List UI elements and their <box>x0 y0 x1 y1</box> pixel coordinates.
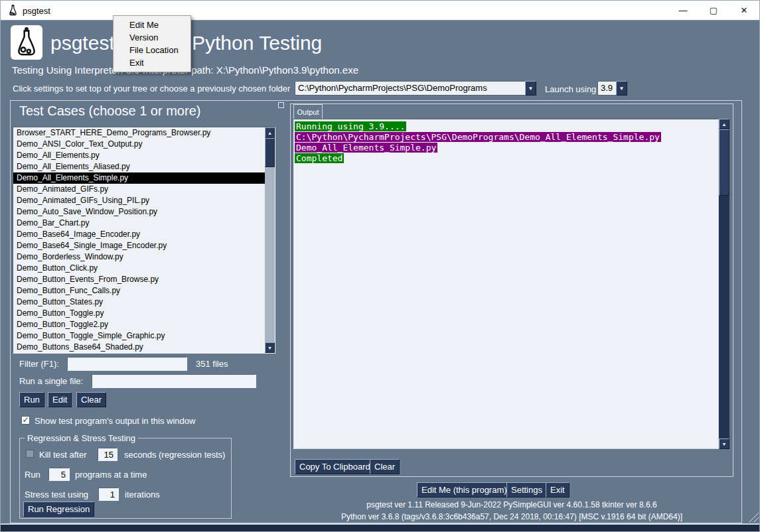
clear-button[interactable]: Clear <box>76 392 106 407</box>
file-count: 351 files <box>196 359 228 369</box>
output-line: C:\Python\PycharmProjects\PSG\DemoProgra… <box>295 132 717 143</box>
flask-icon <box>7 5 19 16</box>
stress-iterations-input[interactable] <box>98 488 119 501</box>
menu-item-version[interactable]: Version <box>114 31 190 44</box>
app-menu: Edit Me Version File Location Exit <box>113 15 191 72</box>
settings-hint: Click settings to set top of your tree o… <box>13 84 290 94</box>
maximize-button[interactable]: ▢ <box>698 1 729 20</box>
folder-combo[interactable]: C:\Python\PycharmProjects\PSG\DemoProgra… <box>295 81 536 96</box>
list-item-selected[interactable]: Demo_All_Elements_Simple.py <box>13 172 265 184</box>
list-item[interactable]: Demo_Button_Toggle_Simple_Graphic.py <box>13 330 265 342</box>
psgtest-window: psgtest — ▢ ✕ psgtest Python Testing Tes… <box>0 0 760 532</box>
output-line: Running using 3.9.... <box>295 121 717 132</box>
window-bottom-strip <box>1 525 760 532</box>
close-button[interactable]: ✕ <box>729 1 759 20</box>
run-count-label: Run <box>25 470 40 480</box>
output-line: Demo_All_Elements_Simple.py <box>295 143 717 153</box>
run-button[interactable]: Run <box>19 392 44 407</box>
menu-item-file-location[interactable]: File Location <box>114 44 190 56</box>
output-line: Completed <box>295 153 717 164</box>
launch-version-combo[interactable]: 3.9 ▼ <box>597 81 627 96</box>
list-item[interactable]: Browser_START_HERE_Demo_Programs_Browser… <box>13 127 265 139</box>
output-scroll-thumb[interactable] <box>719 129 729 196</box>
scroll-up-icon[interactable]: ▲ <box>265 127 275 138</box>
listbox-scrollbar[interactable]: ▲ ▼ <box>265 127 275 353</box>
run-regression-button[interactable]: Run Regression <box>23 501 94 517</box>
app-logo <box>11 25 42 60</box>
menu-item-edit-me[interactable]: Edit Me <box>114 19 190 31</box>
resize-grip[interactable] <box>747 510 759 522</box>
scroll-down-icon[interactable]: ▼ <box>719 438 729 449</box>
chevron-down-icon[interactable]: ▼ <box>525 81 536 96</box>
tab-output[interactable]: Output <box>293 104 323 119</box>
chevron-down-icon[interactable]: ▼ <box>616 81 627 96</box>
copy-to-clipboard-button[interactable]: Copy To Clipboard <box>295 459 375 474</box>
list-item[interactable]: Demo_Button_Toggle2.py <box>13 319 265 330</box>
list-item[interactable]: Demo_Button_Func_Calls.py <box>13 285 265 297</box>
kill-seconds-input[interactable] <box>98 448 117 461</box>
exit-button[interactable]: Exit <box>546 482 570 498</box>
version-line-2: Python ver 3.6.8 (tags/v3.6.8:3c6b436a57… <box>290 512 733 521</box>
list-item[interactable]: Demo_ANSI_Color_Text_Output.py <box>13 139 265 150</box>
list-item[interactable]: Demo_All_Elements_Aliased.py <box>13 161 265 172</box>
output-clear-button[interactable]: Clear <box>370 459 400 474</box>
list-item[interactable]: Demo_Bar_Chart.py <box>13 218 265 229</box>
minimize-button[interactable]: — <box>668 1 698 20</box>
list-item[interactable]: Demo_Borderless_Window.py <box>13 251 265 263</box>
kill-test-suffix: seconds (regression tests) <box>124 450 225 460</box>
stress-suffix: iterations <box>125 490 160 499</box>
edit-button[interactable]: Edit <box>48 392 72 407</box>
list-item[interactable]: Demo_Buttons_Base64_Shaded.py <box>13 342 265 353</box>
list-item[interactable]: Demo_Button_States.py <box>13 297 265 308</box>
stress-label: Stress test using <box>25 490 88 499</box>
run-count-input[interactable] <box>48 468 70 481</box>
launch-using-label: Launch using <box>545 84 596 94</box>
list-item[interactable]: Demo_Auto_Save_Window_Position.py <box>13 206 265 218</box>
output-text-area[interactable]: Running using 3.9.... C:\Python\PycharmP… <box>293 119 719 449</box>
list-item[interactable]: Demo_Base64_Single_Image_Encoder.py <box>13 240 265 251</box>
pane-sash-grip[interactable] <box>278 102 284 108</box>
output-scrollbar[interactable]: ▲ ▼ <box>719 119 729 449</box>
list-item[interactable]: Demo_Button_Click.py <box>13 263 265 274</box>
list-item[interactable]: Demo_Button_Toggle.py <box>13 308 265 319</box>
kill-test-label: Kill test after <box>39 450 87 460</box>
show-output-checkbox[interactable]: ✓ <box>21 416 30 425</box>
window-title: psgtest <box>23 6 50 16</box>
list-item[interactable]: Demo_Base64_Image_Encoder.py <box>13 229 265 240</box>
kill-test-checkbox[interactable] <box>26 450 34 458</box>
test-cases-title: Test Cases (choose 1 or more) <box>19 103 200 119</box>
settings-button[interactable]: Settings <box>506 482 547 498</box>
folder-combo-value[interactable]: C:\Python\PycharmProjects\PSG\DemoProgra… <box>295 81 525 96</box>
edit-me-button[interactable]: Edit Me (this program) <box>417 482 512 498</box>
regression-frame-title: Regression & Stress Testing <box>25 433 138 443</box>
filter-input[interactable] <box>67 357 187 371</box>
list-item[interactable]: Demo_Animated_GIFs_Using_PIL.py <box>13 195 265 206</box>
launch-version-value[interactable]: 3.9 <box>597 81 616 96</box>
list-item[interactable]: Demo_Button_Events_From_Browse.py <box>13 274 265 285</box>
menu-item-exit[interactable]: Exit <box>114 56 190 69</box>
list-item[interactable]: Demo_Animated_GIFs.py <box>13 184 265 195</box>
listbox-scroll-thumb[interactable] <box>265 138 275 167</box>
page-title-left: psgtest <box>50 32 115 54</box>
page-title-right: Python Testing <box>192 32 322 54</box>
version-line-1: psgtest ver 1.11 Released 9-Jun-2022 PyS… <box>290 500 733 509</box>
single-file-input[interactable] <box>92 374 256 388</box>
scroll-down-icon[interactable]: ▼ <box>265 342 275 353</box>
list-item[interactable]: Demo_All_Elements.py <box>13 150 265 161</box>
test-cases-listbox[interactable]: Browser_START_HERE_Demo_Programs_Browser… <box>13 127 275 354</box>
show-output-label: Show test program's output in this windo… <box>35 416 195 426</box>
single-file-label: Run a single file: <box>19 376 83 386</box>
filter-label: Filter (F1): <box>19 359 59 369</box>
scroll-up-icon[interactable]: ▲ <box>719 119 729 129</box>
run-count-suffix: programs at a time <box>75 470 147 480</box>
